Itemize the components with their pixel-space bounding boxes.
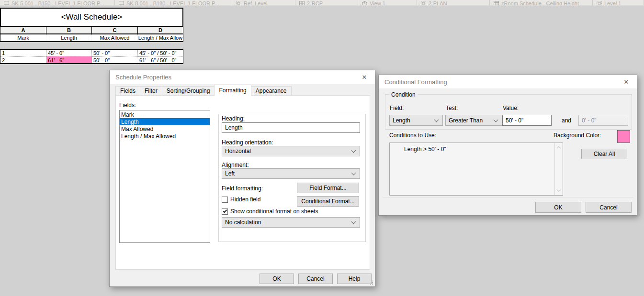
conditional-format-button[interactable]: Conditional Format... bbox=[297, 196, 359, 207]
view-tab-2-plan[interactable]: 2-PLAN bbox=[417, 0, 490, 5]
dialog-titlebar[interactable]: Schedule Properties bbox=[110, 70, 375, 84]
list-item[interactable]: Mark bbox=[120, 111, 210, 118]
table-cell[interactable]: 61' - 6" / 50' - 0" bbox=[138, 56, 183, 63]
scrollbar[interactable] bbox=[554, 143, 563, 195]
scroll-down-icon[interactable] bbox=[557, 188, 561, 192]
chevron-down-icon bbox=[434, 117, 439, 122]
condition-group-label: Condition bbox=[389, 91, 418, 98]
dialog-title: Conditional Formatting bbox=[379, 78, 447, 86]
heading-label: Heading: bbox=[222, 115, 245, 122]
scroll-up-icon[interactable] bbox=[557, 146, 561, 150]
table-cell[interactable]: 1 bbox=[0, 50, 46, 56]
field-select[interactable]: Length bbox=[389, 115, 443, 126]
table-cell-highlighted[interactable]: 61' - 6" bbox=[46, 56, 92, 63]
chevron-down-icon bbox=[494, 117, 498, 122]
field-format-button[interactable]: Field Format... bbox=[297, 183, 359, 193]
help-button[interactable]: Help bbox=[337, 274, 372, 284]
selected-option: Length bbox=[393, 117, 410, 124]
hidden-field-checkbox-row: Hidden field bbox=[222, 196, 260, 203]
view-tab-view-1[interactable]: View 1 bbox=[358, 0, 417, 5]
sheet-icon bbox=[4, 0, 9, 5]
schedule-properties-dialog: Schedule Properties ✕ Fields Filter Sort… bbox=[109, 70, 375, 287]
view-tab-label: View 1 bbox=[370, 0, 385, 6]
view-tab-zroom-schedule[interactable]: zRoom Schedule - Ceiling Height bbox=[490, 0, 593, 5]
column-header-length[interactable]: Length bbox=[46, 34, 92, 41]
tab-appearance[interactable]: Appearance bbox=[251, 86, 292, 96]
value-label: Value: bbox=[503, 105, 519, 111]
background-color-swatch[interactable] bbox=[617, 130, 630, 143]
calculation-select[interactable]: No calculation bbox=[222, 217, 360, 228]
close-icon[interactable]: ✕ bbox=[354, 70, 375, 84]
tab-filter[interactable]: Filter bbox=[140, 86, 162, 96]
clear-all-button[interactable]: Clear All bbox=[581, 149, 627, 159]
field-formatting-label: Field formatting: bbox=[222, 185, 263, 192]
alignment-select[interactable]: Left bbox=[222, 168, 360, 179]
view-tab-label: Level 1 bbox=[604, 0, 621, 6]
value-input[interactable]: 50' - 0" bbox=[502, 115, 552, 126]
list-item-selected[interactable]: Length bbox=[120, 118, 210, 125]
view-tab-ref-level[interactable]: Ref. Level bbox=[232, 0, 295, 5]
column-letter[interactable]: A bbox=[0, 27, 46, 33]
heading-orientation-select[interactable]: Horizontal bbox=[222, 146, 360, 156]
view-tab-label: 2-PLAN bbox=[429, 0, 447, 6]
close-icon[interactable]: ✕ bbox=[616, 75, 637, 88]
selected-option: Horizontal bbox=[225, 148, 251, 154]
show-conditional-checkbox-row: Show conditional format on sheets bbox=[222, 208, 318, 215]
tab-formatting[interactable]: Formatting bbox=[214, 85, 251, 96]
table-cell[interactable]: 50' - 0" bbox=[92, 56, 138, 63]
view-tab-label: Ref. Level bbox=[244, 0, 268, 6]
show-conditional-checkbox[interactable] bbox=[222, 208, 228, 215]
conditions-to-use-label: Conditions to Use: bbox=[389, 132, 436, 139]
selected-option: Left bbox=[225, 170, 235, 177]
tab-fields[interactable]: Fields bbox=[115, 86, 140, 96]
table-cell[interactable]: 45' - 0" / 50' - 0" bbox=[138, 50, 183, 56]
background-color-label: Background Color: bbox=[554, 132, 601, 139]
table-cell[interactable]: 50' - 0" bbox=[92, 50, 138, 56]
fields-listbox: Mark Length Max Allowed Length / Max All… bbox=[119, 110, 210, 243]
view-tab-level-1[interactable]: Level 1 bbox=[593, 0, 644, 5]
conditional-formatting-dialog: Conditional Formatting ✕ Condition Field… bbox=[378, 75, 637, 216]
column-letter[interactable]: B bbox=[46, 27, 92, 33]
chevron-down-icon bbox=[351, 219, 356, 224]
view-tab-sheet-sk8[interactable]: SK-8.001 - B180 - LEVEL 1 FLOOR P... bbox=[115, 0, 232, 5]
alignment-label: Alignment: bbox=[222, 162, 249, 168]
hidden-field-checkbox[interactable] bbox=[222, 197, 228, 203]
column-header-length-max[interactable]: Length / Max Allow bbox=[138, 34, 183, 41]
field-label: Field: bbox=[390, 105, 404, 111]
ok-button[interactable]: OK bbox=[260, 274, 294, 284]
test-select[interactable]: Greater Than bbox=[445, 115, 502, 126]
schedule-title[interactable]: <Wall Schedule> bbox=[0, 8, 183, 27]
ok-button[interactable]: OK bbox=[535, 202, 581, 213]
fields-label: Fields: bbox=[119, 102, 136, 109]
selected-option: No calculation bbox=[225, 219, 261, 226]
rcp-icon bbox=[299, 0, 305, 5]
tab-sorting-grouping[interactable]: Sorting/Grouping bbox=[162, 86, 215, 96]
view-tab-sheet-sk5[interactable]: SK-5.001 - B150 - LEVEL 1 FLOOR P... bbox=[0, 0, 115, 5]
view-tab-2-rcp[interactable]: 2-RCP bbox=[295, 0, 358, 5]
schedule-body: 1 45' - 0" 50' - 0" 45' - 0" / 50' - 0" … bbox=[0, 49, 183, 64]
schedule-column-letters: A B C D bbox=[0, 27, 183, 34]
table-cell[interactable]: 45' - 0" bbox=[46, 50, 92, 56]
schedule-icon bbox=[494, 0, 499, 5]
and-label: and bbox=[562, 117, 571, 124]
schedule-header-row: Mark Length Max Allowed Length / Max All… bbox=[0, 34, 183, 42]
view-tab-bar: SK-5.001 - B150 - LEVEL 1 FLOOR P... SK-… bbox=[0, 0, 644, 6]
dialog-titlebar[interactable]: Conditional Formatting bbox=[379, 75, 637, 88]
column-letter[interactable]: C bbox=[92, 27, 138, 33]
conditions-listbox[interactable]: Length > 50' - 0" bbox=[389, 143, 563, 196]
column-letter[interactable]: D bbox=[138, 27, 183, 33]
column-header-max-allowed[interactable]: Max Allowed bbox=[92, 34, 138, 41]
list-item[interactable]: Max Allowed bbox=[120, 125, 210, 132]
table-cell[interactable]: 2 bbox=[0, 56, 46, 63]
cancel-button[interactable]: Cancel bbox=[298, 274, 333, 284]
cancel-button[interactable]: Cancel bbox=[586, 202, 632, 213]
view-tab-label: SK-8.001 - B180 - LEVEL 1 FLOOR P... bbox=[126, 0, 219, 6]
plan-icon bbox=[597, 0, 602, 5]
list-item[interactable]: Length / Max Allowed bbox=[120, 132, 210, 140]
test-label: Test: bbox=[446, 105, 458, 111]
and-value-input: 0' - 0" bbox=[578, 115, 628, 126]
heading-input[interactable]: Length bbox=[222, 122, 360, 133]
column-header-mark[interactable]: Mark bbox=[0, 34, 46, 41]
condition-entry[interactable]: Length > 50' - 0" bbox=[390, 143, 563, 153]
view-tab-label: zRoom Schedule - Ceiling Height bbox=[501, 0, 579, 6]
